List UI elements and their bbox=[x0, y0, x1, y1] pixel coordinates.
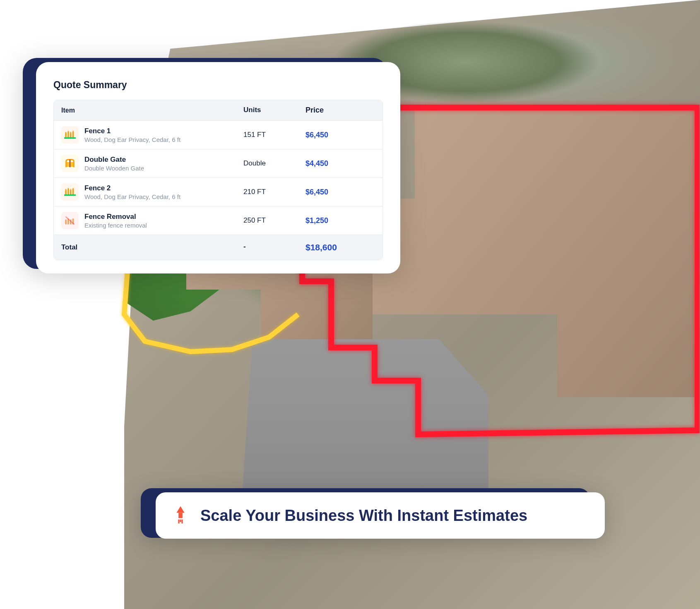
svg-rect-29 bbox=[180, 520, 181, 522]
svg-rect-21 bbox=[65, 220, 67, 225]
svg-marker-17 bbox=[67, 188, 69, 189]
header-price: Price bbox=[305, 106, 375, 115]
item-desc: Wood, Dog Ear Privacy, Cedar, 6 ft bbox=[84, 136, 180, 143]
svg-rect-11 bbox=[70, 162, 73, 167]
item-price: $1,250 bbox=[305, 216, 375, 225]
total-price: $18,600 bbox=[305, 242, 375, 252]
item-units: 151 FT bbox=[243, 131, 305, 139]
header-item: Item bbox=[61, 106, 243, 115]
svg-marker-26 bbox=[176, 506, 184, 513]
quote-table: Item Units Price Fence 1 Wood, Dog Ear P… bbox=[53, 100, 383, 260]
cta-text: Scale Your Business With Instant Estimat… bbox=[200, 507, 527, 525]
total-units: - bbox=[243, 242, 305, 252]
total-row: Total - $18,600 bbox=[54, 235, 382, 260]
table-row[interactable]: Fence Removal Existing fence removal 250… bbox=[54, 206, 382, 235]
svg-rect-20 bbox=[64, 194, 76, 196]
item-name: Fence Removal bbox=[84, 213, 147, 221]
item-price: $6,450 bbox=[305, 131, 375, 139]
item-name: Fence 1 bbox=[84, 127, 180, 135]
quote-summary-title: Quote Summary bbox=[53, 79, 383, 91]
fence-icon bbox=[61, 183, 79, 201]
item-price: $6,450 bbox=[305, 188, 375, 197]
rocket-up-icon bbox=[172, 506, 189, 525]
item-units: 250 FT bbox=[243, 216, 305, 225]
svg-marker-19 bbox=[72, 188, 74, 189]
item-units: Double bbox=[243, 159, 305, 168]
quote-summary-card: Quote Summary Item Units Price Fence 1 W… bbox=[23, 58, 399, 273]
cta-panel[interactable]: Scale Your Business With Instant Estimat… bbox=[156, 492, 605, 539]
fence-icon bbox=[61, 126, 79, 144]
gate-icon bbox=[61, 155, 79, 172]
quote-table-header: Item Units Price bbox=[54, 100, 382, 120]
cta-banner: Scale Your Business With Instant Estimat… bbox=[141, 488, 604, 539]
item-name: Double Gate bbox=[84, 156, 144, 164]
svg-rect-28 bbox=[178, 520, 179, 524]
item-price: $4,450 bbox=[305, 159, 375, 168]
svg-marker-16 bbox=[65, 189, 67, 190]
total-label: Total bbox=[61, 242, 243, 252]
svg-rect-27 bbox=[178, 513, 183, 518]
svg-marker-18 bbox=[70, 189, 72, 190]
header-units: Units bbox=[243, 106, 305, 115]
svg-rect-8 bbox=[64, 137, 76, 139]
svg-marker-5 bbox=[67, 131, 69, 132]
svg-marker-6 bbox=[70, 132, 72, 133]
svg-rect-10 bbox=[67, 162, 70, 167]
quote-summary-panel: Quote Summary Item Units Price Fence 1 W… bbox=[36, 62, 400, 273]
item-desc: Existing fence removal bbox=[84, 222, 147, 229]
item-units: 210 FT bbox=[243, 188, 305, 196]
item-desc: Wood, Dog Ear Privacy, Cedar, 6 ft bbox=[84, 193, 180, 200]
table-row[interactable]: Fence 1 Wood, Dog Ear Privacy, Cedar, 6 … bbox=[54, 120, 382, 149]
table-row[interactable]: Fence 2 Wood, Dog Ear Privacy, Cedar, 6 … bbox=[54, 177, 382, 206]
svg-rect-30 bbox=[181, 520, 183, 524]
table-row[interactable]: Double Gate Double Wooden Gate Double $4… bbox=[54, 149, 382, 177]
removal-icon bbox=[61, 212, 79, 229]
item-name: Fence 2 bbox=[84, 184, 180, 192]
svg-marker-4 bbox=[65, 132, 67, 133]
svg-marker-7 bbox=[72, 131, 74, 132]
item-desc: Double Wooden Gate bbox=[84, 165, 144, 172]
